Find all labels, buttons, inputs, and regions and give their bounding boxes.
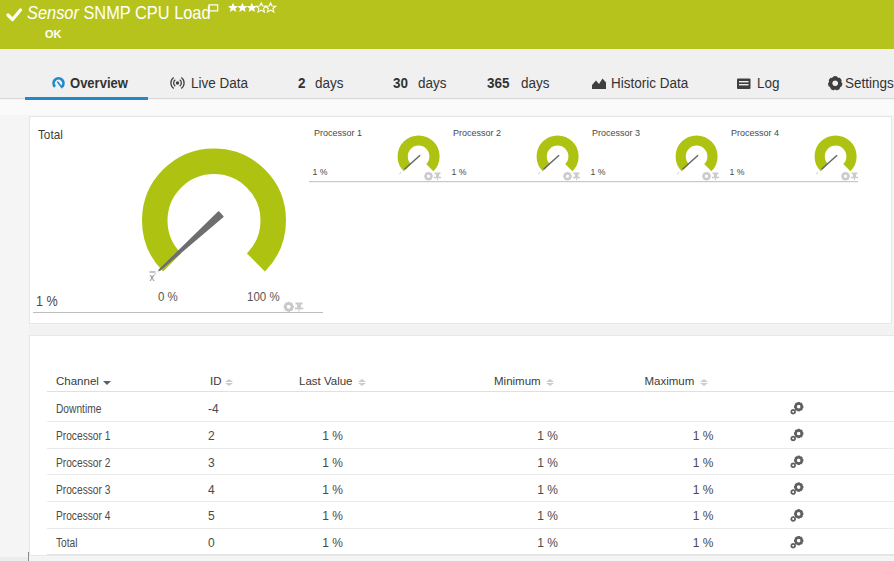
- svg-text:x: x: [150, 272, 155, 283]
